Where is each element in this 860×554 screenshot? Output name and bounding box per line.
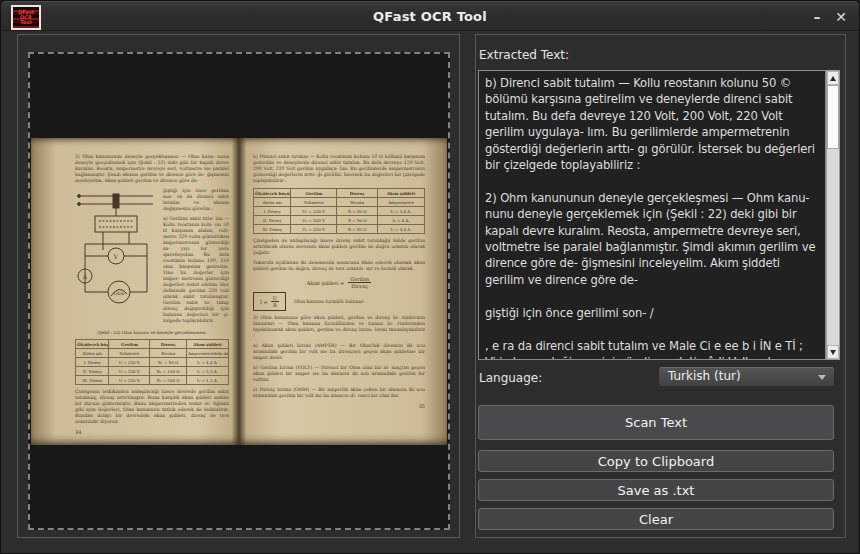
close-button[interactable]: ✕ [829, 2, 853, 32]
book-paragraph: a) Akım şiddeti birimi (AMPER) — Bir Ohm… [253, 343, 425, 361]
figure-caption: (Şekil : 22) Ohm kanunu ve deneyle gerçe… [75, 330, 229, 335]
book-page-right: b) Direnci sabit tutalım — Kollu reostan… [239, 138, 447, 445]
preview-panel: 2) Ohm kanununun deneyle gerçekleşmesi —… [17, 34, 460, 538]
book-paragraph: b) Gerilim birimi (VOLT) — Direnci bir O… [253, 365, 425, 383]
scroll-up-icon[interactable] [827, 71, 839, 85]
copy-to-clipboard-button[interactable]: Copy to Clipboard [478, 450, 834, 472]
book-paragraph: 2) Ohm kanununun deneyle gerçekleşmesi —… [75, 154, 229, 184]
clear-button[interactable]: Clear [478, 508, 834, 530]
language-selected-value: Turkish (tur) [668, 369, 741, 383]
book-paragraph: a) Gerilimi sabit tuta- lım — Kollu reos… [163, 216, 229, 324]
ohm-law-box-row: I = UR Ohm kanunu formülü bulunur. [253, 292, 425, 311]
book-paragraph: Çizelgenin tetkikinden anlaşılacağı üzer… [75, 389, 229, 425]
image-drop-area[interactable]: 2) Ohm kanununun deneyle gerçekleşmesi —… [28, 52, 450, 530]
book-paragraph: b) Direnci sabit tutalım — Kollu reostan… [253, 154, 425, 184]
ohm-law-box: I = UR [253, 292, 286, 311]
chevron-down-icon [818, 375, 826, 380]
ohm-formula: Akım şiddeti = GerilimDirenç [253, 276, 425, 289]
svg-text:Ohm: Ohm [114, 291, 126, 296]
book-paragraph: 3) Ohm kanununa göre akım şiddeti, geril… [253, 315, 425, 339]
scrollbar-thumb[interactable] [827, 85, 839, 149]
book-page-left: 2) Ohm kanununun deneyle gerçekleşmesi —… [31, 138, 239, 445]
scanned-book-preview: 2) Ohm kanununun deneyle gerçekleşmesi —… [31, 138, 447, 445]
book-paragraph: c) Direnç birimi (OHM) — Bir amperlik ak… [253, 387, 425, 399]
minimize-button[interactable]: – [805, 2, 829, 32]
book-paragraph: ğiştiği için önce gerilimi son- ra da di… [163, 188, 229, 212]
book-paragraph: Yukarıda açıklanan iki denemenin sonucun… [253, 260, 425, 272]
svg-text:V: V [113, 253, 119, 260]
window-title: QFast OCR Tool [1, 2, 859, 32]
extracted-text-area[interactable]: b) Direnci sabit tutalım — Kollu reostan… [478, 70, 826, 360]
language-label: Language: [479, 371, 542, 385]
circuit-diagram: V A Ohm [75, 188, 159, 328]
book-paragraph: Ohm kanunu formülü bulunur. [294, 299, 365, 304]
language-dropdown[interactable]: Turkish (tur) [658, 366, 835, 387]
page-number: 34 [75, 429, 229, 435]
ocr-panel: Extracted Text: b) Direnci sabit tutalım… [475, 34, 846, 538]
scan-text-button[interactable]: Scan Text [478, 405, 834, 440]
vertical-scrollbar[interactable] [826, 70, 840, 360]
book-paragraph: Çizelgeden de anlaşılacağı üzere direnç … [253, 238, 425, 256]
scroll-down-icon[interactable] [827, 345, 839, 359]
book-table-left: Ölçülecek büyüklükGerilimDirençAkım şidd… [75, 339, 229, 385]
title-bar[interactable]: QFast OCR Tool QFast OCR Tool – ✕ [1, 1, 859, 31]
page-number: 35 [253, 403, 425, 409]
svg-text:A: A [82, 273, 88, 280]
book-table-right: Ölçülecek büyüklükGerilimDirençAkım şidd… [253, 188, 425, 234]
app-window: QFast OCR Tool QFast OCR Tool – ✕ 2) Ohm… [0, 0, 860, 554]
save-as-txt-button[interactable]: Save as .txt [478, 479, 834, 501]
extracted-text-label: Extracted Text: [479, 48, 569, 62]
